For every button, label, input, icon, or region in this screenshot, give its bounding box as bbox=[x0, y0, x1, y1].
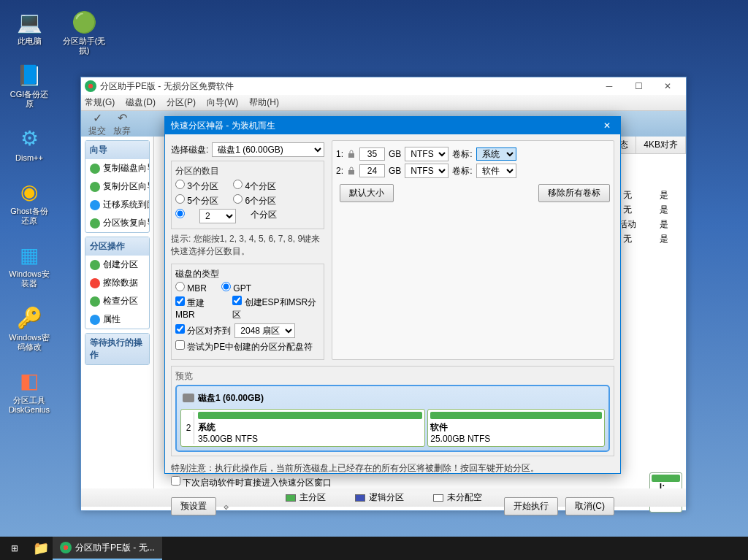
radio-3-partitions[interactable]: 3个分区 bbox=[175, 180, 218, 193]
taskbar: ⊞ 📁 分区助手PE版 - 无... bbox=[0, 537, 748, 560]
menu-partition[interactable]: 分区(P) bbox=[167, 96, 196, 109]
app-icon bbox=[85, 80, 96, 92]
wizard-icon bbox=[90, 164, 100, 174]
segment-bar bbox=[652, 475, 680, 482]
app-icon bbox=[60, 542, 72, 553]
part1-fs-select[interactable]: NTFS bbox=[405, 147, 449, 161]
discard-button[interactable]: ↶放弃 bbox=[113, 111, 131, 137]
hint-text: 提示: 您能按1, 2, 3, 4, 5, 6, 7, 8, 9键来快速选择分区… bbox=[171, 233, 324, 258]
desktop-icon-diskgenius[interactable]: ◧分区工具DiskGenius bbox=[7, 367, 51, 415]
part2-size-input[interactable] bbox=[359, 164, 385, 177]
desktop-icons-col2: 🟢分区助手(无损) bbox=[62, 7, 106, 55]
check-next-launch[interactable]: 下次启动软件时直接进入快速分区窗口 bbox=[171, 476, 332, 489]
part2-num: 2: bbox=[336, 166, 343, 176]
commit-button[interactable]: ✓提交 bbox=[88, 111, 106, 137]
sidebar-item-copy-disk[interactable]: 复制磁盘向导 bbox=[85, 159, 149, 177]
op-icon bbox=[90, 315, 100, 325]
wizard-icon bbox=[90, 200, 100, 210]
col-4kb[interactable]: 4KB对齐 bbox=[636, 137, 686, 153]
wizard-icon bbox=[90, 182, 100, 192]
sidebar-item-check[interactable]: 检查分区 bbox=[85, 292, 149, 310]
check-icon: ✓ bbox=[93, 111, 102, 125]
start-button[interactable]: ⊞ bbox=[0, 537, 29, 560]
disk-icon: ◧ bbox=[15, 367, 44, 396]
close-button[interactable]: ✕ bbox=[653, 77, 682, 95]
preview-group: 预览 磁盘1 (60.00GB) 2 系统 35.00GB NTFS bbox=[171, 366, 614, 456]
menu-disk[interactable]: 磁盘(D) bbox=[126, 96, 156, 109]
disk-type-label: 磁盘的类型 bbox=[175, 268, 320, 280]
start-button[interactable]: 开始执行 bbox=[504, 497, 558, 515]
key-icon: 🔑 bbox=[15, 304, 44, 333]
quick-partition-dialog: 快速分区神器 - 为装机而生 ✕ 选择磁盘: 磁盘1 (60.00GB) 分区的… bbox=[164, 116, 621, 474]
desktop-icon-this-pc[interactable]: 💻此电脑 bbox=[7, 7, 51, 46]
desktop-icon-win-install[interactable]: ▦Windows安装器 bbox=[7, 240, 51, 288]
menu-wizard[interactable]: 向导(W) bbox=[207, 96, 238, 109]
radio-4-partitions[interactable]: 4个分区 bbox=[233, 180, 276, 193]
desktop-icon-ghost[interactable]: ◉Ghost备份还原 bbox=[7, 177, 51, 226]
taskbar-explorer-icon[interactable]: 📁 bbox=[29, 537, 53, 560]
sidebar-group-pending: 等待执行的操作 bbox=[85, 334, 149, 364]
radio-6-partitions[interactable]: 6个分区 bbox=[233, 194, 276, 207]
op-icon bbox=[90, 278, 100, 288]
dialog-close-button[interactable]: ✕ bbox=[600, 120, 614, 131]
part1-vol-select[interactable]: 系统 bbox=[476, 147, 516, 161]
disk-type-group: 磁盘的类型 MBR GPT 重建MBR 创建ESP和MSR分区 分区对齐到 20… bbox=[171, 264, 324, 360]
desktop-icon-dism[interactable]: ⚙Dism++ bbox=[7, 124, 51, 163]
radio-gpt[interactable]: GPT bbox=[221, 282, 251, 294]
check-create-esp[interactable]: 创建ESP和MSR分区 bbox=[232, 296, 320, 321]
preview-label: 预览 bbox=[175, 370, 610, 383]
pc-icon: 💻 bbox=[15, 7, 44, 37]
sidebar-group-ops: 分区操作 bbox=[85, 237, 149, 256]
sidebar-item-copy-partition[interactable]: 复制分区向导 bbox=[85, 177, 149, 196]
sidebar-item-create[interactable]: 创建分区 bbox=[85, 256, 149, 274]
sidebar-group-wizard: 向导 bbox=[85, 141, 149, 159]
radio-mbr[interactable]: MBR bbox=[175, 282, 207, 294]
menu-help[interactable]: 帮助(H) bbox=[249, 96, 279, 109]
default-size-button[interactable]: 默认大小 bbox=[340, 184, 394, 202]
titlebar: 分区助手PE版 - 无损分区免费软件 ─ ☐ ✕ bbox=[81, 77, 686, 95]
sidebar-item-wipe[interactable]: 擦除数据 bbox=[85, 274, 149, 292]
op-icon bbox=[90, 296, 100, 307]
cancel-button[interactable]: 取消(C) bbox=[565, 497, 614, 515]
check-rebuild-mbr[interactable]: 重建MBR bbox=[175, 296, 221, 320]
radio-5-partitions[interactable]: 5个分区 bbox=[175, 194, 218, 207]
left-sidebar: 向导 复制磁盘向导 复制分区向导 迁移系统到固 分区恢复向导 分区操作 创建分区… bbox=[81, 137, 154, 488]
preview-partition-2[interactable]: 软件 25.00GB NTFS bbox=[427, 409, 605, 447]
part2-fs-select[interactable]: NTFS bbox=[405, 164, 449, 178]
desktop-icons-col1: 💻此电脑 📘CGI备份还原 ⚙Dism++ ◉Ghost备份还原 ▦Window… bbox=[7, 7, 51, 415]
part2-vol-select[interactable]: 软件 bbox=[476, 164, 516, 178]
ghost-icon: ◉ bbox=[15, 177, 44, 207]
clear-labels-button[interactable]: 移除所有卷标 bbox=[538, 184, 610, 202]
taskbar-app-item[interactable]: 分区助手PE版 - 无... bbox=[53, 537, 162, 560]
disk-preview: 磁盘1 (60.00GB) 2 系统 35.00GB NTFS bbox=[175, 385, 610, 452]
warning-text: 特别注意：执行此操作后，当前所选磁盘上已经存在的所有分区将被删除！按回车键开始分… bbox=[171, 462, 614, 475]
radio-custom-partitions[interactable] bbox=[175, 209, 185, 223]
disk-select[interactable]: 磁盘1 (60.00GB) bbox=[212, 142, 324, 157]
partition-count-label: 分区的数目 bbox=[175, 165, 320, 177]
maximize-button[interactable]: ☐ bbox=[624, 77, 653, 95]
minimize-button[interactable]: ─ bbox=[595, 77, 624, 95]
desktop-icon-partition[interactable]: 🟢分区助手(无损) bbox=[62, 7, 106, 55]
select-disk-label: 选择磁盘: bbox=[171, 144, 208, 156]
preview-partition-1[interactable]: 2 系统 35.00GB NTFS bbox=[180, 409, 425, 447]
custom-count-select[interactable]: 2 bbox=[199, 209, 236, 223]
desktop-icon-win-pwd[interactable]: 🔑Windows密码修改 bbox=[7, 304, 51, 352]
menu-general[interactable]: 常规(G) bbox=[85, 96, 115, 109]
part1-size-input[interactable] bbox=[359, 147, 385, 161]
wizard-icon bbox=[90, 218, 100, 229]
sidebar-item-migrate-os[interactable]: 迁移系统到固 bbox=[85, 196, 149, 214]
preset-button[interactable]: 预设置 bbox=[171, 497, 216, 515]
svg-rect-1 bbox=[348, 170, 354, 174]
expand-icon[interactable]: ⟐ bbox=[224, 502, 229, 512]
align-select[interactable]: 2048 扇区 bbox=[234, 323, 295, 338]
disk-name: 磁盘1 (60.00GB) bbox=[198, 392, 264, 404]
window-title: 分区助手PE版 - 无损分区免费软件 bbox=[100, 80, 595, 93]
check-align[interactable]: 分区对齐到 bbox=[175, 324, 231, 337]
dialog-titlebar: 快速分区神器 - 为装机而生 ✕ bbox=[165, 117, 620, 134]
sidebar-item-props[interactable]: 属性 bbox=[85, 310, 149, 329]
gear-icon: ⚙ bbox=[15, 124, 44, 153]
sidebar-item-recover[interactable]: 分区恢复向导 bbox=[85, 214, 149, 232]
check-pe-assign[interactable]: 尝试为PE中创建的分区分配盘符 bbox=[175, 340, 313, 353]
dialog-title-text: 快速分区神器 - 为装机而生 bbox=[171, 120, 600, 132]
desktop-icon-cgi[interactable]: 📘CGI备份还原 bbox=[7, 61, 51, 109]
